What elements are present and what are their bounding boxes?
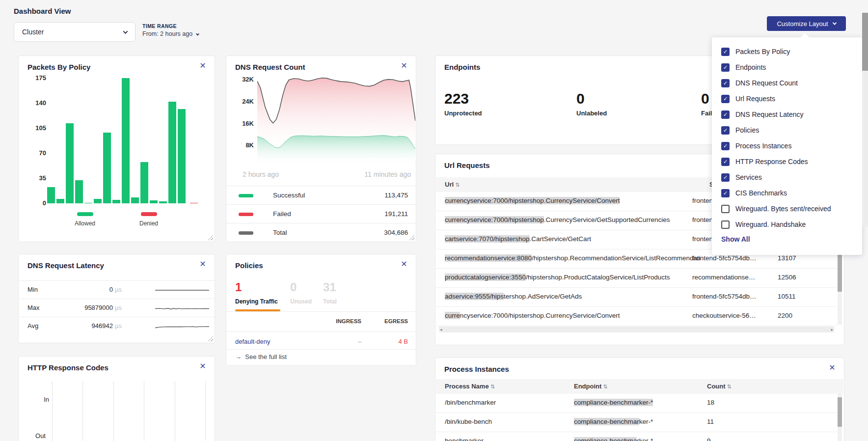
area-chart-legend: Successful113,475Failed191,211Total304,6… — [226, 186, 416, 242]
column-header-endpoint[interactable]: Endpoint⇅ — [574, 383, 608, 390]
customize-layout-button[interactable]: Customize Layout — [767, 16, 846, 31]
menu-item[interactable]: ✓Packets By Policy — [712, 44, 862, 59]
bar-allowed — [140, 162, 148, 204]
chevron-down-icon — [196, 32, 199, 36]
bar-allowed — [159, 201, 167, 203]
checkbox-icon[interactable]: ✓ — [721, 189, 730, 197]
checkbox-icon[interactable]: ✓ — [721, 173, 730, 182]
checkbox-icon[interactable]: ✓ — [721, 63, 730, 72]
table-row[interactable]: currencyservice:7000/hipstershop.Currenc… — [436, 307, 837, 326]
close-icon[interactable]: ✕ — [198, 61, 208, 71]
resize-grip[interactable] — [409, 235, 414, 240]
view-select-value: Cluster — [22, 28, 44, 36]
sort-icon[interactable]: ⇅ — [490, 384, 495, 389]
card-title: DNS Request Latency — [27, 261, 104, 270]
checkbox-icon[interactable]: ✓ — [721, 126, 730, 135]
url-highlight: currencyservice:7000/hipstershop.Currenc… — [445, 197, 620, 204]
table-row[interactable]: /bin/benchmarkercompliance-benchmarker-*… — [436, 394, 837, 413]
menu-item[interactable]: ✓Url Requests — [712, 91, 862, 107]
close-icon[interactable]: ✕ — [399, 259, 409, 269]
resize-grip[interactable] — [208, 336, 213, 341]
url-table-horizontal-scrollbar[interactable]: ◂ ▸ — [439, 327, 834, 332]
checkbox-icon[interactable]: ✓ — [721, 48, 730, 56]
close-icon[interactable]: ✕ — [827, 363, 837, 373]
process-table-header: Process Name⇅ Endpoint⇅ Count⇅ — [436, 379, 843, 394]
column-header-url[interactable]: Url⇅ — [445, 181, 460, 188]
menu-item-label: Wireguard. Handshake — [735, 220, 806, 228]
page-scrollbar[interactable] — [862, 13, 868, 227]
table-row[interactable]: /bin/kube-benchcompliance-benchmarker-*1… — [436, 413, 837, 432]
close-icon[interactable]: ✕ — [198, 259, 208, 269]
menu-item[interactable]: Wireguard. Handshake — [712, 217, 862, 232]
scroll-left-arrow-icon[interactable]: ◂ — [440, 327, 442, 332]
menu-item[interactable]: ✓Endpoints — [712, 59, 862, 75]
menu-item[interactable]: ✓DNS Request Count — [712, 75, 862, 91]
checkbox-icon[interactable] — [721, 220, 730, 229]
card-title: Url Requests — [444, 161, 490, 169]
card-http-response-codes: HTTP Response Codes ✕ In Out — [18, 356, 215, 441]
policies-tab-denying-traffic[interactable]: 1Denying Traffic — [235, 281, 278, 305]
sparkline-avg — [155, 321, 209, 332]
menu-item[interactable]: ✓DNS Request Latency — [712, 107, 862, 122]
count-cell: 11 — [707, 418, 751, 425]
menu-item[interactable]: ✓Policies — [712, 122, 862, 138]
time-range: TIME RANGE From: 2 hours ago — [142, 23, 199, 37]
count-cell: 12506 — [778, 274, 822, 281]
denied-swatch-icon — [141, 212, 157, 216]
table-row[interactable]: productcatalogservice:3550/hipstershop.P… — [436, 269, 837, 288]
menu-item[interactable]: Wireguard. Bytes sent/received — [712, 201, 862, 217]
card-title: DNS Request Count — [235, 63, 305, 71]
close-icon[interactable]: ✕ — [399, 61, 409, 71]
menu-item-label: HTTP Response Codes — [735, 158, 808, 165]
bar-allowed — [47, 187, 55, 204]
tab-label: Denying Traffic — [235, 298, 278, 305]
latency-value: 0µs — [48, 286, 122, 293]
latency-row: Max95879000µs — [19, 299, 215, 317]
scroll-right-arrow-icon[interactable]: ▸ — [831, 327, 833, 332]
checkbox-icon[interactable]: ✓ — [721, 142, 730, 150]
table-row[interactable]: benchmarkercompliance-benchmarker-*9 — [436, 432, 837, 441]
checkbox-icon[interactable]: ✓ — [721, 158, 730, 166]
tab-value: 31 — [323, 281, 337, 293]
customize-layout-menu: ✓Packets By Policy✓Endpoints✓DNS Request… — [712, 37, 862, 255]
policy-name-link[interactable]: default-deny — [235, 338, 271, 345]
menu-item[interactable]: ✓Services — [712, 169, 862, 185]
resize-grip[interactable] — [208, 235, 213, 240]
see-full-list-link[interactable]: → See the full list — [235, 353, 287, 360]
card-dns-request-latency: DNS Request Latency ✕ Min0µsMax95879000µ… — [18, 254, 215, 343]
policies-tab-unused[interactable]: 0Unused — [290, 281, 312, 305]
url-cell: currencyservice:7000/hipstershop.Currenc… — [445, 197, 700, 204]
legend-value: 113,475 — [384, 192, 408, 199]
checkbox-icon[interactable]: ✓ — [721, 79, 730, 87]
show-all-link[interactable]: Show All — [721, 235, 750, 243]
chevron-down-icon — [832, 21, 836, 25]
http-row-label-out: Out — [26, 432, 46, 440]
column-header-process-name[interactable]: Process Name⇅ — [445, 383, 495, 390]
menu-item[interactable]: ✓HTTP Response Codes — [712, 154, 862, 169]
sort-icon[interactable]: ⇅ — [727, 384, 732, 389]
bar-allowed — [75, 180, 83, 203]
card-title: Packets By Policy — [27, 63, 90, 71]
time-range-value[interactable]: From: 2 hours ago — [142, 30, 199, 37]
legend-label: Failed — [273, 210, 291, 218]
scrollbar-thumb[interactable] — [838, 253, 842, 292]
legend-value: 191,211 — [384, 210, 408, 218]
checkbox-icon[interactable]: ✓ — [721, 110, 730, 119]
menu-item[interactable]: ✓CIS Benchmarks — [712, 185, 862, 201]
table-row[interactable]: adservice:9555/hipstershop.AdService/Get… — [436, 288, 837, 307]
sort-icon[interactable]: ⇅ — [455, 182, 460, 188]
checkbox-icon[interactable] — [721, 205, 730, 213]
close-icon[interactable]: ✕ — [198, 361, 208, 371]
scrollbar-thumb[interactable] — [838, 397, 842, 427]
process-table-vertical-scrollbar[interactable] — [838, 394, 842, 441]
view-select[interactable]: Cluster — [14, 22, 136, 42]
url-highlight: curre — [445, 312, 460, 319]
endpoint-cell: compliance-benchmarker-* — [574, 437, 699, 441]
policies-tab-total[interactable]: 31Total — [323, 281, 337, 305]
card-process-instances: Process Instances ✕ Process Name⇅ Endpoi… — [435, 358, 844, 441]
page-scrollbar-thumb[interactable] — [862, 13, 868, 71]
sort-icon[interactable]: ⇅ — [603, 384, 607, 389]
column-header-count[interactable]: Count⇅ — [707, 383, 732, 390]
checkbox-icon[interactable]: ✓ — [721, 95, 730, 103]
menu-item[interactable]: ✓Process Instances — [712, 138, 862, 154]
